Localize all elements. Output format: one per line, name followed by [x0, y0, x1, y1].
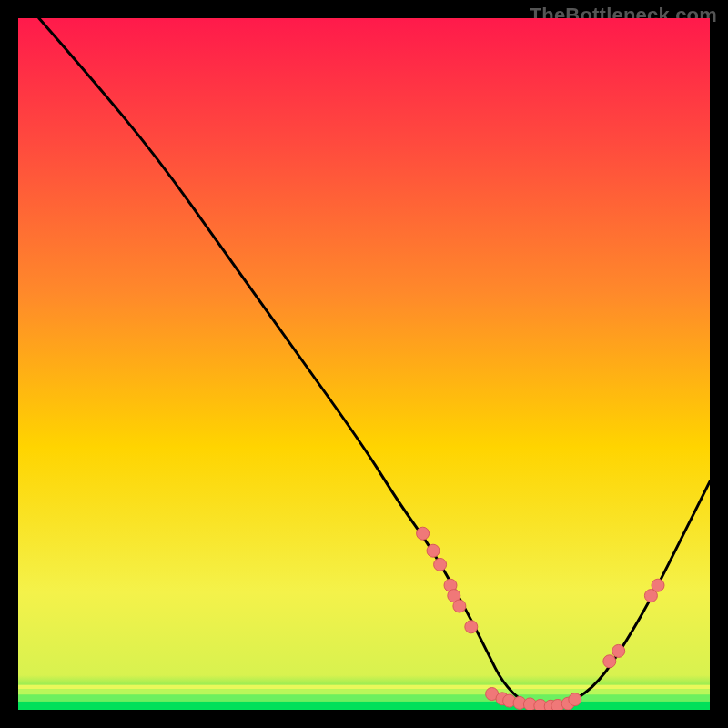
- chart-svg: [18, 18, 710, 710]
- svg-point-22: [603, 655, 616, 668]
- svg-point-11: [465, 621, 478, 633]
- svg-rect-0: [18, 18, 710, 710]
- svg-point-23: [612, 644, 625, 657]
- svg-point-21: [569, 693, 581, 706]
- svg-point-25: [652, 579, 664, 592]
- svg-point-6: [427, 544, 440, 557]
- bottleneck-chart: [18, 18, 710, 710]
- svg-point-10: [453, 600, 466, 612]
- svg-rect-2: [18, 694, 710, 702]
- svg-rect-1: [18, 702, 710, 710]
- svg-rect-3: [18, 689, 710, 694]
- svg-point-7: [434, 558, 447, 571]
- chart-frame: TheBottleneck.com: [0, 0, 728, 728]
- svg-rect-4: [18, 685, 710, 690]
- svg-point-5: [417, 527, 430, 540]
